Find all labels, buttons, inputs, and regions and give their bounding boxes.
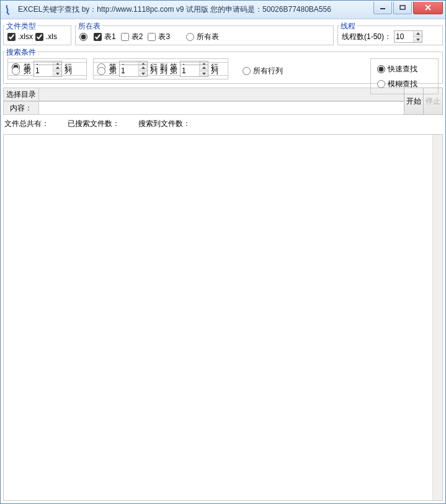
checkbox-sheet3[interactable]: 表3 xyxy=(148,32,170,42)
minimize-button[interactable] xyxy=(373,2,392,14)
col-range-from-input[interactable] xyxy=(120,65,138,76)
radio-mode-fuzzy-label: 模糊查找 xyxy=(388,79,417,89)
threads-legend: 线程 xyxy=(339,21,357,32)
radio-sheets-all-input[interactable] xyxy=(186,33,194,41)
content-label: 内容： xyxy=(3,101,39,115)
radio-sheets-all-label: 所有表 xyxy=(197,32,219,42)
radio-all-rc-label: 所有行列 xyxy=(253,66,283,76)
content-input[interactable] xyxy=(39,101,404,115)
checkbox-sheet3-label: 表3 xyxy=(158,32,170,42)
threads-input[interactable] xyxy=(395,31,413,42)
radio-mode-fuzzy[interactable]: 模糊查找 xyxy=(377,79,417,89)
results-list[interactable] xyxy=(3,134,443,501)
col-range-box: 第 列 到 第 列 xyxy=(93,62,228,79)
window-title: EXCEL关键字查找 by：http://www.1118pc.com v9 试… xyxy=(18,4,372,15)
content-row: 内容： xyxy=(3,101,404,115)
top-groups: 文件类型 .xlsx .xls 所在表 表1 xyxy=(3,22,443,45)
col-range-from-spinner[interactable] xyxy=(119,65,148,77)
spin-down-icon[interactable] xyxy=(200,71,208,77)
filetype-legend: 文件类型 xyxy=(5,21,37,32)
checkbox-sheet2-input[interactable] xyxy=(121,33,129,41)
spin-up-icon[interactable] xyxy=(53,65,61,71)
spin-up-icon[interactable] xyxy=(200,65,208,71)
radio-all-rc[interactable]: 所有行列 xyxy=(234,66,290,76)
stat-total: 文件总共有： xyxy=(4,119,49,129)
threads-spinner[interactable] xyxy=(394,30,422,43)
dir-display xyxy=(39,88,404,101)
checkbox-xls-input[interactable] xyxy=(35,33,43,41)
checkbox-xlsx-input[interactable] xyxy=(7,33,16,41)
stats-row: 文件总共有： 已搜索文件数： 搜索到文件数： xyxy=(3,116,443,132)
checkbox-sheet3-input[interactable] xyxy=(148,33,156,41)
col-pre: 第 xyxy=(24,66,31,76)
spin-down-icon[interactable] xyxy=(53,71,61,77)
radio-sheets-specific-input[interactable] xyxy=(79,33,87,41)
col-range-to: 到 xyxy=(160,66,167,76)
col-range-to-input[interactable] xyxy=(181,65,199,76)
col-range-to-spinner[interactable] xyxy=(180,65,208,77)
results-scrollbar[interactable] xyxy=(432,135,442,500)
dir-row: 选择目录 xyxy=(3,88,404,101)
search-legend: 搜索条件 xyxy=(5,47,37,58)
checkbox-xls-label: .xls xyxy=(46,32,57,41)
col-range-mid1: 列 xyxy=(150,66,158,76)
radio-sheets-all[interactable]: 所有表 xyxy=(186,32,219,42)
checkbox-xlsx[interactable]: .xlsx xyxy=(7,32,33,41)
filetype-group: 文件类型 .xlsx .xls xyxy=(3,25,71,45)
stat-found: 搜索到文件数： xyxy=(138,119,190,129)
threads-up-icon[interactable] xyxy=(414,31,422,37)
checkbox-sheet1-label: 表1 xyxy=(104,32,116,42)
search-group: 搜索条件 第 行 第 xyxy=(3,52,443,84)
stat-searched: 已搜索文件数： xyxy=(68,119,120,129)
col-range-pre1: 第 xyxy=(109,66,117,76)
col-single-spinner[interactable] xyxy=(33,65,62,77)
col-suffix: 列 xyxy=(65,66,72,76)
select-dir-button[interactable]: 选择目录 xyxy=(3,88,39,101)
checkbox-sheet1-input[interactable] xyxy=(94,33,102,41)
mid-left: 选择目录 内容： xyxy=(3,88,404,115)
maximize-button[interactable] xyxy=(393,2,412,14)
svg-rect-1 xyxy=(400,6,405,9)
threads-down-icon[interactable] xyxy=(414,37,422,43)
radio-col-single[interactable] xyxy=(12,67,20,75)
window-controls xyxy=(372,2,443,14)
checkbox-sheet1[interactable]: 表1 xyxy=(94,32,116,42)
radio-all-rc-input[interactable] xyxy=(243,67,251,75)
checkbox-xlsx-label: .xlsx xyxy=(18,32,33,41)
col-range-pre2: 第 xyxy=(170,66,177,76)
sheets-legend: 所在表 xyxy=(77,21,102,32)
app-body: 文件类型 .xlsx .xls 所在表 表1 xyxy=(1,19,445,503)
radio-mode-fast[interactable]: 快速查找 xyxy=(377,64,417,74)
radio-mode-fast-input[interactable] xyxy=(377,65,385,73)
checkbox-sheet2[interactable]: 表2 xyxy=(121,32,143,42)
titlebar: EXCEL关键字查找 by：http://www.1118pc.com v9 试… xyxy=(1,1,445,19)
spin-up-icon[interactable] xyxy=(139,65,147,71)
threads-label: 线程数(1-50)： xyxy=(342,32,391,42)
close-button[interactable] xyxy=(413,2,443,14)
sheets-group: 所在表 表1 表2 表3 所有 xyxy=(75,25,334,45)
radio-sheets-specific[interactable] xyxy=(79,33,89,41)
spin-down-icon[interactable] xyxy=(139,71,147,77)
col-single-box: 第 列 xyxy=(7,62,87,79)
checkbox-sheet2-label: 表2 xyxy=(132,32,143,42)
col-range-mid2: 列 xyxy=(211,66,218,76)
radio-col-range[interactable] xyxy=(97,67,105,75)
col-single-input[interactable] xyxy=(34,65,53,76)
search-mode-box: 快速查找 模糊查找 xyxy=(370,58,439,94)
radio-mode-fast-label: 快速查找 xyxy=(388,64,417,74)
checkbox-xls[interactable]: .xls xyxy=(35,32,57,41)
app-icon xyxy=(4,5,14,15)
app-window: EXCEL关键字查找 by：http://www.1118pc.com v9 试… xyxy=(0,0,446,504)
threads-group: 线程 线程数(1-50)： xyxy=(337,25,443,45)
radio-mode-fuzzy-input[interactable] xyxy=(377,80,385,88)
